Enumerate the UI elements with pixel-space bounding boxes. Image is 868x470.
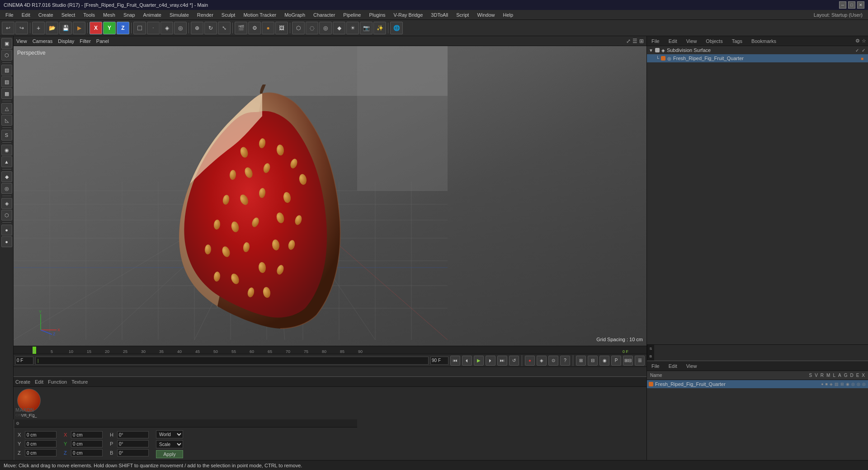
render-active-button[interactable]: ● [262,22,274,34]
auto-key-button[interactable]: ⊙ [548,356,558,366]
menu-select[interactable]: Select [58,11,79,19]
camera-button[interactable]: 📷 [360,22,373,34]
anim-tool-1[interactable]: ⊞ [576,356,586,366]
obj-mgr-icon-1[interactable]: ⚙ [855,38,860,44]
menu-render[interactable]: Render [193,11,217,19]
anim-tool-4[interactable]: P [611,356,621,366]
menu-pipeline[interactable]: Pipeline [340,11,364,19]
mat-tab-texture[interactable]: Texture [71,379,88,385]
array-button[interactable]: ◆ [333,22,345,34]
left-tool-14[interactable]: ⬡ [1,210,12,221]
viewport-menu-view[interactable]: View [16,38,27,44]
menu-vray-bridge[interactable]: V-Ray Bridge [390,11,427,19]
mat-tab-create[interactable]: Create [15,379,30,385]
right-icon-1[interactable]: S [648,347,654,353]
menu-snap[interactable]: Snap [120,11,139,19]
obj-item-fig[interactable]: └ ◎ Fresh_Riped_Fig_Fruit_Quarter ■ [647,54,868,62]
anim-tool-2[interactable]: ⊟ [588,356,598,366]
menu-create[interactable]: Create [35,11,57,19]
light-button[interactable]: ☀ [346,22,359,34]
undo-button[interactable]: ↩ [2,22,14,34]
menu-sculpt[interactable]: Sculpt [218,11,239,19]
z-position-input[interactable] [25,449,57,456]
viewport-icon-2[interactable]: ☰ [632,38,637,44]
menu-animate[interactable]: Animate [140,11,165,19]
obj-mgr-icon-2[interactable]: ☆ [862,38,866,44]
loop-button[interactable]: ↺ [509,356,519,366]
next-frame-button[interactable]: ⏵ [486,356,495,366]
menu-script[interactable]: Script [453,11,472,19]
p-input[interactable] [117,440,149,447]
deform-button[interactable]: ◎ [319,22,332,34]
select-x-button[interactable]: X [90,22,102,34]
open-button[interactable]: 📂 [46,22,58,34]
play-button[interactable]: ▶ [474,356,484,366]
left-tool-2[interactable]: ⬡ [1,50,12,61]
left-tool-12[interactable]: ◎ [1,183,12,194]
left-tool-select[interactable]: ▣ [1,38,12,49]
left-tool-6[interactable]: △ [1,103,12,114]
frame-start-input[interactable] [15,357,33,365]
question-button[interactable]: ? [560,356,570,366]
left-tool-13[interactable]: ◈ [1,198,12,209]
edges-mode-button[interactable]: ◈ [160,22,173,34]
close-button[interactable]: ✕ [857,1,864,9]
obj-item-subdivision[interactable]: ▼ ◈ Subdivision Surface ✓ ✓ [647,46,868,54]
left-tool-11[interactable]: ◆ [1,171,12,182]
viewport-menu-panel[interactable]: Panel [96,38,109,44]
record-button[interactable]: ● [525,356,535,366]
y2-input[interactable] [71,440,103,447]
save-button[interactable]: 💾 [59,22,72,34]
obj-tab-view[interactable]: View [684,38,700,45]
menu-character[interactable]: Character [310,11,339,19]
render-settings-button[interactable]: ⚙ [248,22,261,34]
right-icon-2[interactable]: B [648,354,654,361]
render-button[interactable]: ▶ [73,22,85,34]
menu-mesh[interactable]: Mesh [99,11,119,19]
obj-tab-edit[interactable]: Edit [666,38,680,45]
goto-end-button[interactable]: ⏭ [497,356,507,366]
menu-motion-tracker[interactable]: Motion Tracker [240,11,280,19]
anim-tool-5[interactable]: ⊞⊟ [623,356,633,366]
y-position-input[interactable] [25,440,57,447]
viewport-menu-filter[interactable]: Filter [80,38,90,44]
mat-tab-function[interactable]: Function [48,379,67,385]
x-position-input[interactable] [25,431,57,438]
rotate-tool[interactable]: ↻ [204,22,217,34]
menu-window[interactable]: Window [473,11,498,19]
left-tool-16[interactable]: ● [1,236,12,247]
points-mode-button[interactable]: · [147,22,160,34]
select-y-button[interactable]: Y [103,22,116,34]
apply-button[interactable]: Apply [156,450,183,458]
menu-mograph[interactable]: MoGraph [281,11,309,19]
obj-tab-objects[interactable]: Objects [703,38,725,45]
poly-mode-button[interactable]: ◎ [174,22,187,34]
menu-3dtoall[interactable]: 3DToAll [427,11,452,19]
obj-bottom-tab-view[interactable]: View [684,362,700,370]
left-tool-10[interactable]: ▲ [1,156,12,167]
viewport-3d[interactable]: Perspective Grid Spacing : 10 cm X Y Z [14,46,646,346]
minimize-button[interactable]: ─ [839,1,846,9]
obj-tab-tags[interactable]: Tags [729,38,745,45]
obj-bottom-tab-file[interactable]: File [649,362,662,370]
obj-bottom-item-fig[interactable]: Fresh_Riped_Fig_Fruit_Quarter ● ■ ◈ ▤ ⊞ … [647,380,868,388]
h-input[interactable] [117,431,149,438]
redo-button[interactable]: ↪ [15,22,28,34]
left-tool-7[interactable]: ◺ [1,115,12,126]
coord-system-dropdown[interactable]: World Local Object [156,430,183,438]
menu-plugins[interactable]: Plugins [365,11,389,19]
obj-tab-file[interactable]: File [649,38,662,45]
menu-help[interactable]: Help [500,11,517,19]
frame-end-input[interactable] [430,357,448,365]
obj-tab-bookmarks[interactable]: Bookmarks [749,38,779,45]
prev-frame-button[interactable]: ⏴ [462,356,472,366]
left-tool-4[interactable]: ▨ [1,76,12,87]
new-scene-button[interactable]: + [32,22,45,34]
viewport-icon-1[interactable]: ⤢ [626,38,631,44]
effects-button[interactable]: ✨ [373,22,386,34]
move-tool[interactable]: ⊕ [191,22,203,34]
model-mode-button[interactable]: □ [133,22,146,34]
left-tool-9[interactable]: ◉ [1,145,12,155]
left-tool-5[interactable]: ▩ [1,88,12,99]
transform-mode-dropdown[interactable]: Scale Move Rotate [156,440,183,448]
